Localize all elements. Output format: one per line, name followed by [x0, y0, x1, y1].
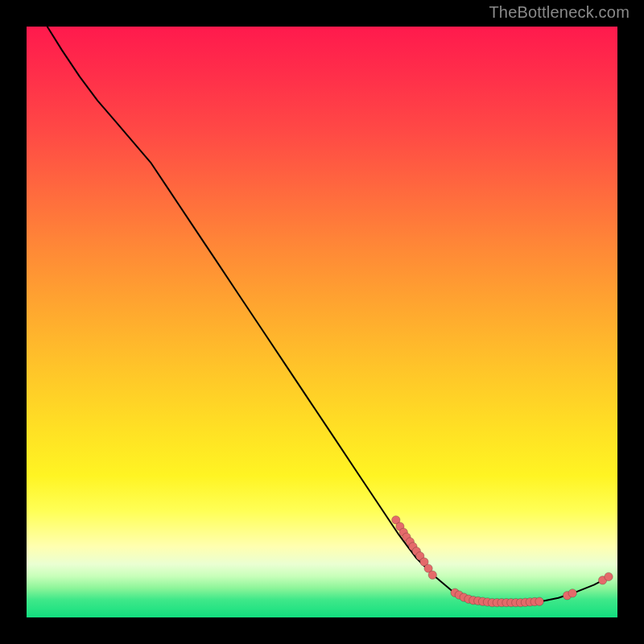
data-point — [568, 589, 576, 597]
points-layer — [27, 27, 617, 617]
plot-area — [27, 27, 617, 617]
data-point — [535, 597, 543, 605]
watermark-text: TheBottleneck.com — [489, 3, 630, 22]
chart-stage: TheBottleneck.com — [0, 0, 644, 644]
data-point — [428, 571, 436, 579]
data-point — [605, 572, 613, 580]
